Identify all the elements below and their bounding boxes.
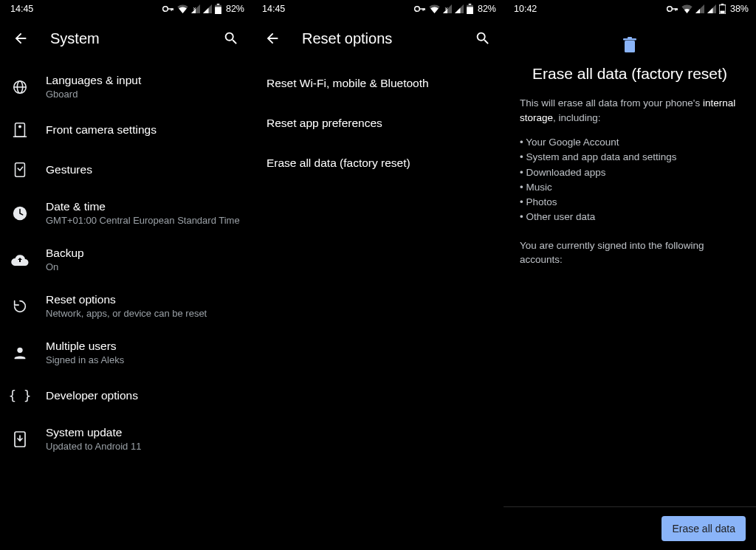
bullet-item: • Other user data	[520, 210, 740, 224]
signal-1-icon	[695, 4, 704, 13]
globe-icon	[12, 79, 28, 95]
item-title: Reset app preferences	[267, 117, 489, 130]
svg-text:✕: ✕	[192, 7, 196, 11]
signal-2-icon	[707, 4, 716, 13]
item-subtitle: Network, apps, or device can be reset	[46, 308, 240, 319]
item-subtitle: Gboard	[46, 89, 240, 100]
item-reset-app-preferences[interactable]: Reset app preferences	[252, 103, 504, 143]
signal-1-icon: ✕	[443, 4, 452, 13]
search-button[interactable]	[216, 24, 246, 53]
svg-point-0	[163, 7, 168, 12]
bullet-item: • Photos	[520, 195, 740, 210]
erase-all-data-button[interactable]: Erase all data	[662, 516, 746, 541]
reset-icon	[12, 298, 28, 314]
item-front-camera[interactable]: Front camera settings	[0, 110, 252, 150]
svg-rect-28	[675, 8, 676, 10]
intro-text: This will erase all data from your phone…	[520, 96, 740, 125]
item-title: System update	[46, 426, 240, 439]
system-settings-list: Languages & input Gboard Front camera se…	[0, 59, 252, 462]
battery-icon	[215, 4, 221, 14]
intro-post: , including:	[553, 112, 601, 123]
page-title: Reset options	[302, 30, 453, 47]
screen-factory-reset: 10:42 38% Erase all data (factory reset)…	[504, 0, 756, 550]
search-icon	[223, 30, 239, 47]
status-time: 10:42	[514, 4, 537, 14]
item-title: Languages & input	[46, 74, 240, 87]
wifi-icon	[429, 4, 440, 13]
status-icons: ✕ 82%	[414, 4, 496, 14]
front-camera-icon	[13, 122, 27, 138]
bullet-item: • System and app data and settings	[520, 150, 740, 165]
item-reset-options[interactable]: Reset options Network, apps, or device c…	[0, 283, 252, 329]
svg-rect-25	[467, 7, 473, 14]
wifi-icon	[681, 4, 693, 13]
status-battery-pct: 38%	[730, 4, 749, 14]
svg-point-16	[17, 347, 22, 352]
reset-options-list: Reset Wi-Fi, mobile & Bluetooth Reset ap…	[252, 59, 504, 183]
status-bar: 14:45 ✕ 82%	[0, 0, 252, 18]
footer-bar: Erase all data	[504, 506, 756, 550]
item-subtitle: On	[46, 261, 240, 272]
back-button[interactable]	[6, 24, 35, 53]
svg-rect-33	[625, 41, 635, 52]
svg-rect-35	[628, 37, 632, 38]
signal-2-icon	[203, 4, 212, 13]
item-title: Multiple users	[46, 340, 240, 353]
status-battery-pct: 82%	[226, 4, 244, 14]
braces-icon: { }	[9, 388, 32, 403]
system-update-icon	[13, 430, 27, 448]
battery-icon	[719, 4, 726, 14]
item-title: Erase all data (factory reset)	[267, 157, 489, 170]
page-title: System	[50, 30, 202, 47]
svg-point-12	[19, 126, 21, 127]
bullet-item: • Your Google Account	[520, 135, 740, 150]
wifi-icon	[177, 4, 188, 13]
screen-system: 14:45 ✕ 82% System Languages & input Gbo…	[0, 0, 252, 550]
item-languages-input[interactable]: Languages & input Gboard	[0, 63, 252, 110]
status-bar: 14:45 ✕ 82%	[252, 0, 504, 18]
item-subtitle: Signed in as Aleks	[46, 354, 240, 365]
item-developer-options[interactable]: { } Developer options	[0, 376, 252, 416]
intro-pre: This will erase all data from your phone…	[520, 97, 703, 109]
svg-rect-5	[217, 4, 220, 5]
item-title: Front camera settings	[46, 123, 240, 137]
item-backup[interactable]: Backup On	[0, 236, 252, 283]
back-button[interactable]	[258, 24, 287, 53]
svg-point-26	[667, 7, 673, 12]
person-icon	[12, 345, 28, 361]
svg-rect-23	[469, 4, 472, 5]
trash-icon	[622, 37, 637, 53]
item-multiple-users[interactable]: Multiple users Signed in as Aleks	[0, 329, 252, 376]
item-title: Reset options	[46, 293, 240, 306]
item-reset-wifi-mobile-bt[interactable]: Reset Wi-Fi, mobile & Bluetooth	[252, 63, 504, 103]
item-date-time[interactable]: Date & time GMT+01:00 Central European S…	[0, 190, 252, 236]
item-gestures[interactable]: Gestures	[0, 150, 252, 190]
item-erase-all-data[interactable]: Erase all data (factory reset)	[252, 143, 504, 183]
item-title: Backup	[46, 247, 240, 260]
vpn-key-icon	[667, 4, 678, 13]
battery-icon	[467, 4, 473, 14]
status-time: 14:45	[262, 4, 285, 14]
item-title: Date & time	[46, 200, 240, 213]
arrow-back-icon	[13, 30, 29, 47]
svg-point-18	[415, 7, 420, 12]
status-time: 14:45	[10, 4, 33, 14]
item-title: Developer options	[46, 389, 240, 402]
factory-reset-content: Erase all data (factory reset) This will…	[504, 18, 756, 506]
item-subtitle: GMT+01:00 Central European Standard Time	[46, 215, 240, 226]
status-battery-pct: 82%	[478, 4, 496, 14]
bullet-item: • Downloaded apps	[520, 165, 740, 180]
signed-in-text: You are currently signed into the follow…	[520, 238, 740, 267]
bullet-item: • Music	[520, 180, 740, 195]
page-title: Erase all data (factory reset)	[520, 65, 740, 83]
arrow-back-icon	[264, 30, 281, 47]
vpn-key-icon	[162, 4, 174, 13]
item-system-update[interactable]: System update Updated to Android 11	[0, 416, 252, 462]
svg-text:✕: ✕	[444, 7, 447, 11]
clock-icon	[12, 205, 28, 221]
search-button[interactable]	[468, 24, 498, 53]
search-icon	[475, 30, 491, 47]
svg-rect-7	[215, 7, 221, 14]
screen-reset-options: 14:45 ✕ 82% Reset options Reset Wi-Fi, m…	[252, 0, 504, 550]
svg-rect-3	[172, 8, 173, 10]
